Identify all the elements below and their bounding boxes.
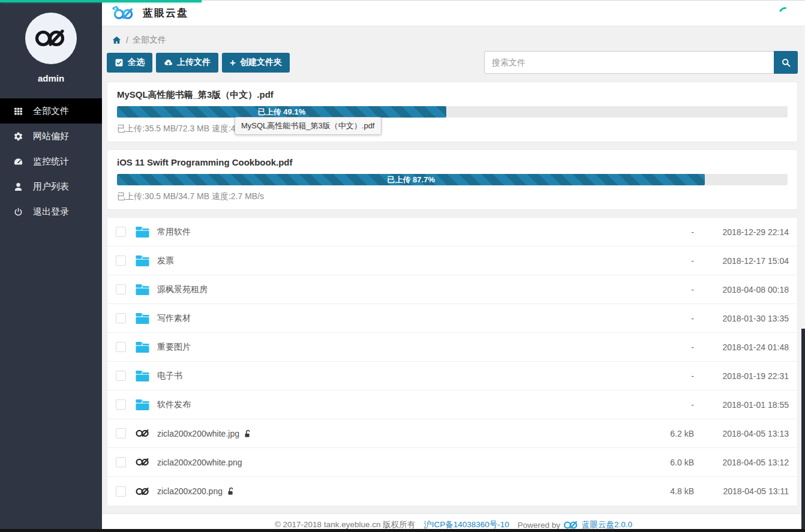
sidebar-item-label: 退出登录 — [33, 206, 69, 218]
sidebar-item-site-preferences[interactable]: 网站偏好 — [0, 124, 102, 149]
file-date: 2018-12-17 15:04 — [694, 256, 789, 266]
row-checkbox[interactable] — [116, 486, 126, 497]
sidebar-item-label: 全部文件 — [33, 106, 69, 117]
select-all-button[interactable]: 全选 — [107, 53, 152, 73]
file-thumbnail-icon — [135, 458, 151, 467]
file-name[interactable]: 写作素材 — [157, 313, 191, 324]
file-size: - — [610, 371, 694, 381]
file-name[interactable]: zicla200x200.png — [157, 486, 223, 496]
sidebar-item-monitoring-stats[interactable]: 监控统计 — [0, 149, 102, 174]
search-input[interactable] — [484, 51, 774, 74]
sidebar-item-label: 监控统计 — [33, 156, 69, 167]
unlock-icon — [227, 487, 235, 495]
file-date: 2018-01-19 22:31 — [694, 371, 789, 381]
table-row[interactable]: 电子书 - 2018-01-19 22:31 — [107, 362, 797, 390]
file-size: 6.2 kB — [610, 429, 694, 438]
file-list: 常用软件 - 2018-12-29 22:14 发票 - 2018-12-17 … — [107, 217, 798, 506]
file-name[interactable]: 电子书 — [157, 371, 182, 381]
scrollbar-thumb[interactable] — [801, 329, 805, 529]
progress-track: 已上传 87.7% — [117, 174, 788, 185]
loading-bar — [0, 0, 202, 2]
username: admin — [0, 73, 102, 83]
file-thumbnail-icon — [135, 487, 151, 496]
table-row[interactable]: zicla200x200white.jpg 6.2 kB 2018-04-05 … — [107, 419, 797, 448]
folder-icon — [135, 283, 151, 296]
progress-track: 已上传 49.1% — [117, 106, 788, 118]
sidebar-item-logout[interactable]: 退出登录 — [0, 199, 102, 224]
upload-stats: 已上传:35.5 MB/72.3 MB 速度:4.4 MB/s — [117, 124, 788, 133]
file-date: 2018-01-24 01:48 — [694, 342, 789, 352]
breadcrumb: / 全部文件 — [107, 26, 798, 48]
progress-bar: 已上传 49.1% — [117, 106, 446, 118]
table-row[interactable]: 重要图片 - 2018-01-24 01:48 — [107, 333, 797, 362]
file-size: - — [610, 227, 694, 237]
sidebar: admin 全部文件 网站偏好 监控统计 — [0, 0, 102, 529]
sidebar-item-all-files[interactable]: 全部文件 — [0, 98, 102, 124]
sidebar-item-user-list[interactable]: 用户列表 — [0, 174, 102, 199]
row-checkbox[interactable] — [116, 284, 126, 294]
check-square-icon — [115, 58, 124, 67]
sidebar-item-label: 用户列表 — [33, 181, 69, 193]
row-checkbox[interactable] — [116, 428, 126, 438]
file-size: 6.0 kB — [610, 458, 694, 467]
file-name[interactable]: 发票 — [157, 256, 174, 266]
folder-icon — [135, 369, 151, 382]
file-name[interactable]: 软件发布 — [157, 399, 191, 410]
folder-icon — [135, 341, 151, 353]
row-checkbox[interactable] — [116, 371, 126, 381]
file-date: 2018-01-01 18:55 — [694, 400, 789, 410]
table-row[interactable]: 发票 - 2018-12-17 15:04 — [107, 247, 797, 275]
file-name[interactable]: zicla200x200white.png — [157, 458, 242, 467]
row-checkbox[interactable] — [116, 457, 126, 467]
upload-card: iOS 11 Swift Programming Cookbook.pdf 已上… — [107, 149, 798, 210]
folder-icon — [135, 254, 151, 267]
plus-icon: + — [230, 58, 236, 68]
file-date: 2018-04-08 00:18 — [694, 285, 789, 294]
file-size: - — [610, 342, 694, 352]
breadcrumb-current: 全部文件 — [133, 35, 166, 46]
scrollbar[interactable] — [801, 26, 805, 529]
file-size: 4.8 kB — [610, 486, 694, 496]
file-size: - — [610, 256, 694, 266]
file-name[interactable]: zicla200x200white.jpg — [157, 429, 239, 438]
table-row[interactable]: 软件发布 - 2018-01-01 18:55 — [107, 390, 797, 419]
upload-card: MySQL高性能书籍_第3版（中文）.pdf 已上传 49.1% 已上传:35.… — [107, 82, 798, 142]
row-checkbox[interactable] — [116, 313, 126, 323]
row-checkbox[interactable] — [116, 342, 126, 352]
header: 蓝眼云盘 — [102, 0, 805, 26]
app-logo-icon — [112, 5, 137, 22]
user-icon — [13, 182, 23, 192]
power-icon — [13, 207, 23, 217]
unlock-icon — [244, 429, 251, 438]
footer-logo-icon — [563, 520, 579, 530]
loading-spinner — [777, 5, 793, 21]
table-row[interactable]: zicla200x200.png 4.8 kB 2018-04-05 13:11 — [107, 477, 797, 506]
row-checkbox[interactable] — [116, 399, 126, 410]
folder-icon — [135, 312, 151, 324]
file-name[interactable]: 常用软件 — [157, 227, 191, 238]
table-row[interactable]: 常用软件 - 2018-12-29 22:14 — [107, 218, 797, 247]
table-row[interactable]: 写作素材 - 2018-01-30 13:35 — [107, 304, 797, 333]
cloud-upload-badge-icon — [112, 5, 119, 10]
file-size: - — [610, 314, 694, 323]
avatar[interactable] — [25, 13, 77, 64]
file-size: - — [610, 400, 694, 410]
search-group — [484, 51, 798, 74]
breadcrumb-separator: / — [126, 35, 128, 45]
upload-file-name: iOS 11 Swift Programming Cookbook.pdf — [117, 157, 788, 167]
file-name[interactable]: 源枫景苑租房 — [157, 284, 208, 295]
upload-file-button[interactable]: 上传文件 — [156, 53, 218, 73]
table-row[interactable]: zicla200x200white.png 6.0 kB 2018-04-05 … — [107, 448, 797, 477]
grid-icon — [13, 106, 23, 116]
progress-bar: 已上传 87.7% — [117, 174, 705, 185]
row-checkbox[interactable] — [116, 256, 126, 266]
file-date: 2018-12-29 22:14 — [694, 227, 789, 237]
create-folder-button[interactable]: + 创建文件夹 — [222, 53, 290, 73]
gauge-icon — [13, 157, 23, 167]
search-button[interactable] — [774, 51, 798, 74]
home-icon[interactable] — [112, 35, 122, 45]
row-checkbox[interactable] — [116, 227, 126, 237]
file-name[interactable]: 重要图片 — [157, 342, 191, 353]
table-row[interactable]: 源枫景苑租房 - 2018-04-08 00:18 — [107, 275, 797, 304]
file-date: 2018-04-05 13:11 — [694, 486, 789, 496]
